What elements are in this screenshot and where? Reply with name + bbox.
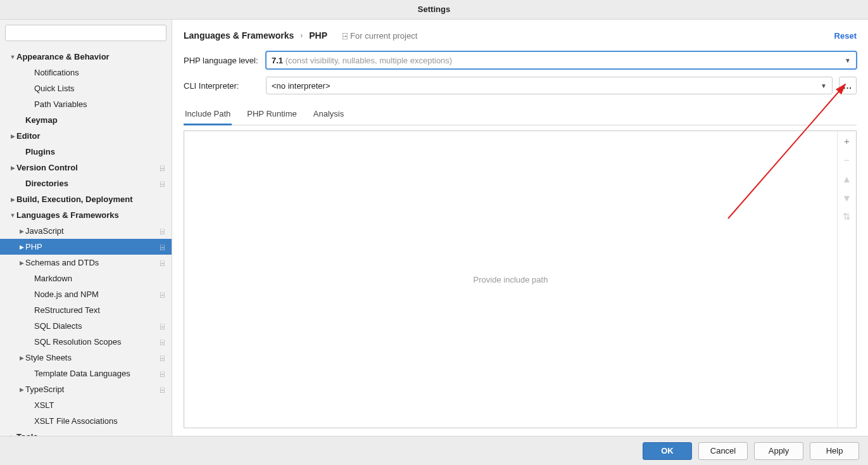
tab-php-runtime[interactable]: PHP Runtime: [246, 104, 298, 125]
chevron-right-icon: ▶: [18, 355, 25, 361]
dropdown-icon: ▼: [821, 82, 827, 89]
settings-search-input[interactable]: [5, 25, 167, 41]
chevron-right-icon: ›: [300, 31, 303, 40]
tree-item-sql-resolution-scopes[interactable]: SQL Resolution Scopes⍈: [0, 334, 172, 350]
tree-item-template-data-languages[interactable]: Template Data Languages⍈: [0, 366, 172, 381]
tree-item-keymap[interactable]: Keymap: [0, 112, 172, 128]
project-scope-icon: ⍈: [158, 322, 167, 330]
tree-item-php[interactable]: ▶PHP⍈: [0, 239, 172, 255]
dropdown-icon: ▼: [845, 57, 851, 64]
settings-sidebar: ▼Appearance & BehaviorNotificationsQuick…: [0, 20, 172, 436]
tab-analysis[interactable]: Analysis: [312, 104, 345, 125]
tree-item-label: PHP: [25, 242, 155, 252]
cli-interpreter-browse-button[interactable]: ...: [839, 77, 857, 94]
breadcrumb-part[interactable]: Languages & Frameworks: [184, 30, 294, 41]
help-button[interactable]: Help: [810, 442, 859, 460]
apply-button[interactable]: Apply: [754, 442, 803, 460]
tree-item-directories[interactable]: Directories⍈: [0, 175, 172, 191]
tree-item-editor[interactable]: ▶Editor: [0, 128, 172, 144]
include-path-list[interactable]: Provide include path: [184, 131, 837, 428]
remove-path-button[interactable]: −: [838, 150, 856, 169]
tree-item-restructured-text[interactable]: ReStructured Text: [0, 302, 172, 318]
project-scope-label: For current project: [350, 31, 417, 41]
window-title: Settings: [0, 0, 868, 19]
tree-item-label: XSLT: [34, 400, 167, 410]
tree-item-label: Plugins: [25, 147, 167, 156]
add-path-button[interactable]: +: [838, 131, 856, 150]
settings-main-pane: Languages & Frameworks › PHP ⍈ For curre…: [172, 20, 868, 436]
chevron-right-icon: ▶: [9, 165, 16, 171]
dialog-footer: OK Cancel Apply Help: [0, 436, 868, 465]
tree-item-plugins[interactable]: Plugins: [0, 144, 172, 160]
chevron-right-icon: ▶: [9, 196, 16, 203]
project-scope-icon: ⍈: [158, 370, 167, 378]
tree-item-languages-frameworks[interactable]: ▼Languages & Frameworks: [0, 207, 172, 223]
breadcrumb-part: PHP: [309, 30, 327, 41]
chevron-right-icon: ▶: [18, 260, 25, 266]
project-scope-icon: ⍈: [158, 164, 167, 172]
tree-item-javascript[interactable]: ▶JavaScript⍈: [0, 223, 172, 239]
project-scope-icon: ⍈: [158, 259, 167, 267]
ok-button[interactable]: OK: [643, 442, 692, 460]
tree-item-label: Editor: [16, 131, 167, 141]
include-path-area: Provide include path + − ▲ ▼ ⇅: [184, 131, 857, 428]
php-language-level-combo[interactable]: 7.1 (const visibility, nullables, multip…: [266, 51, 857, 69]
tree-item-build-execution-deployment[interactable]: ▶Build, Execution, Deployment: [0, 191, 172, 207]
tree-item-label: Path Variables: [34, 99, 167, 109]
tree-item-label: Template Data Languages: [34, 369, 155, 378]
tree-item-style-sheets[interactable]: ▶Style Sheets⍈: [0, 350, 172, 366]
move-up-button[interactable]: ▲: [838, 169, 856, 188]
tree-item-label: TypeScript: [25, 385, 155, 394]
reset-link[interactable]: Reset: [834, 31, 857, 41]
sort-button[interactable]: ⇅: [838, 207, 856, 226]
tree-item-label: Quick Lists: [34, 84, 167, 93]
tree-item-xslt[interactable]: XSLT: [0, 397, 172, 413]
tree-item-typescript[interactable]: ▶TypeScript⍈: [0, 381, 172, 397]
tree-item-label: Notifications: [34, 68, 167, 77]
breadcrumb: Languages & Frameworks › PHP ⍈ For curre…: [184, 27, 857, 44]
tree-item-label: Schemas and DTDs: [25, 258, 155, 267]
tree-item-schemas-and-dtds[interactable]: ▶Schemas and DTDs⍈: [0, 255, 172, 271]
project-scope-icon: ⍈: [158, 354, 167, 362]
include-path-empty-text: Provide include path: [474, 275, 548, 284]
move-down-button[interactable]: ▼: [838, 188, 856, 207]
cli-interpreter-combo[interactable]: <no interpreter> ▼: [266, 77, 833, 94]
tree-item-version-control[interactable]: ▶Version Control⍈: [0, 160, 172, 175]
tree-item-path-variables[interactable]: Path Variables: [0, 96, 172, 112]
tree-item-sql-dialects[interactable]: SQL Dialects⍈: [0, 318, 172, 334]
tree-item-label: Languages & Frameworks: [16, 210, 167, 220]
tree-item-quick-lists[interactable]: Quick Lists: [0, 80, 172, 96]
tree-item-appearance-behavior[interactable]: ▼Appearance & Behavior: [0, 49, 172, 65]
tree-item-label: Style Sheets: [25, 353, 155, 362]
tree-item-node-js-and-npm[interactable]: Node.js and NPM⍈: [0, 286, 172, 302]
cli-interpreter-value: <no interpreter>: [272, 81, 821, 91]
chevron-right-icon: ▶: [9, 133, 16, 139]
tree-item-label: Build, Execution, Deployment: [16, 194, 167, 204]
settings-tree[interactable]: ▼Appearance & BehaviorNotificationsQuick…: [0, 46, 172, 436]
tree-item-label: Markdown: [34, 274, 167, 283]
tree-item-label: ReStructured Text: [34, 305, 167, 315]
project-icon: ⍈: [343, 31, 348, 41]
cli-interpreter-label: CLI Interpreter:: [184, 81, 260, 91]
chevron-right-icon: ▶: [18, 228, 25, 234]
tree-item-label: Version Control: [16, 163, 155, 172]
project-scope-icon: ⍈: [158, 227, 167, 235]
cancel-button[interactable]: Cancel: [698, 442, 748, 460]
tree-item-markdown[interactable]: Markdown: [0, 271, 172, 286]
tab-include-path[interactable]: Include Path: [184, 104, 232, 125]
chevron-right-icon: ▶: [18, 386, 25, 393]
project-scope-icon: ⍈: [158, 243, 167, 251]
tree-item-xslt-file-associations[interactable]: XSLT File Associations: [0, 413, 172, 429]
php-language-level-label: PHP language level:: [184, 56, 260, 65]
project-scope-note: ⍈ For current project: [343, 31, 417, 41]
chevron-right-icon: ▶: [18, 244, 25, 250]
tree-item-label: Directories: [25, 179, 155, 188]
tree-item-label: SQL Resolution Scopes: [34, 337, 155, 347]
project-scope-icon: ⍈: [158, 386, 167, 393]
tree-item-label: Node.js and NPM: [34, 290, 155, 299]
tree-item-tools[interactable]: ▶Tools: [0, 429, 172, 436]
php-tabs: Include Path PHP Runtime Analysis: [184, 103, 857, 125]
tree-item-notifications[interactable]: Notifications: [0, 65, 172, 80]
tree-item-label: Appearance & Behavior: [16, 52, 167, 61]
tree-item-label: SQL Dialects: [34, 321, 155, 331]
